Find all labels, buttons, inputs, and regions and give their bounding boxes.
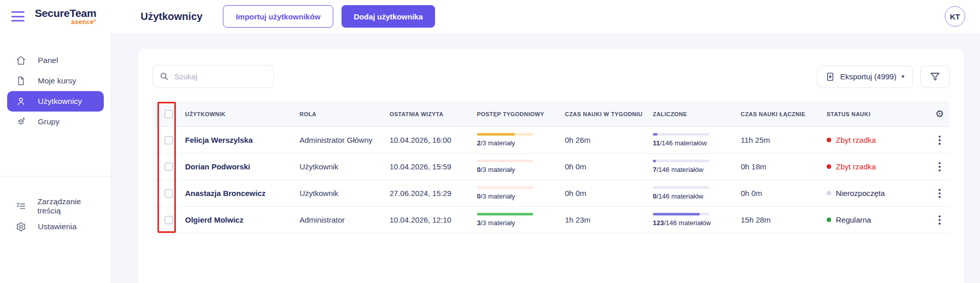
user-role: Użytkownik [300,189,390,198]
weekly-progress-bar [477,186,533,189]
column-header-postep-tygodniowy[interactable]: POSTĘP TYGODNIOWY [477,111,565,117]
column-header-rola[interactable]: ROLA [300,111,390,117]
row-checkbox[interactable] [165,136,173,144]
sidebar-item-label: Użytkownicy [38,97,82,106]
sidebar-item-uzytkownicy[interactable]: Użytkownicy [7,91,104,112]
row-menu-button[interactable] [935,187,945,200]
status-label: Zbyt rzadka [836,136,876,144]
import-users-button[interactable]: Importuj użytkowników [223,5,333,28]
total-study-time: 15h 28m [741,215,827,224]
table-row: Anastazja Broncewicz Użytkownik 27.06.20… [152,180,950,207]
hamburger-menu-icon[interactable] [11,11,25,21]
user-name: Dorian Podworski [185,162,250,171]
status-dot [827,138,831,142]
brand-tagline: axence° [71,18,96,26]
home-icon [15,55,27,66]
column-header-status-nauki[interactable]: STATUS NAUKI [827,111,929,117]
export-label: Eksportuj (4999) [840,72,896,81]
brand-logo: SecureTeam axence° [35,7,96,26]
column-header-ostatnia-wizyta[interactable]: OSTATNIA WIZYTA [390,111,477,117]
total-study-time: 11h 25m [741,136,827,144]
sidebar-item-panel[interactable]: Panel [7,50,104,71]
user-role: Administrator [300,215,390,224]
column-header-czas-nauki-lacznie[interactable]: CZAS NAUKI ŁĄCZNIE [741,111,827,117]
row-checkbox[interactable] [165,216,173,224]
total-study-time: 0h 0m [741,189,827,198]
user-name: Felicja Werszylska [185,136,253,144]
file-icon [15,75,27,86]
sidebar-item-label: Moje kursy [38,76,76,85]
weekly-study-time: 0h 0m [565,189,653,198]
weekly-study-time: 0h 0m [565,162,653,171]
user-avatar[interactable]: KT [945,6,965,27]
table-settings-gear-icon[interactable]: ⚙ [935,109,944,119]
completed-progress-label: 123/146 materiałów [653,219,741,227]
sidebar-item-moje-kursy[interactable]: Moje kursy [7,71,104,91]
table-toolbar: Eksportuj (4999) ▾ [152,65,950,88]
weekly-progress-label: 0/3 materiały [477,192,565,200]
add-user-button[interactable]: Dodaj użytkownika [341,5,435,28]
sidebar-item-label: Zarządzanie treścią [37,197,104,215]
filter-button[interactable] [920,66,950,88]
export-button[interactable]: Eksportuj (4999) ▾ [817,66,913,88]
main-content: Eksportuj (4999) ▾ UŻYTKOWNIK ROLA OSTAT… [112,33,980,283]
column-header-uzytkownik[interactable]: UŻYTKOWNIK [185,111,300,117]
row-checkbox[interactable] [165,163,173,171]
select-all-checkbox[interactable] [165,110,173,118]
completed-progress-bar [653,213,709,215]
completed-progress-label: 0/146 materiałów [653,192,741,200]
sidebar-item-zarzadzanie-trescia[interactable]: Zarządzanie treścią [7,196,104,216]
brand-name: SecureTeam [35,7,96,19]
weekly-progress-bar [477,213,533,215]
column-header-czas-nauki-w-tygodniu[interactable]: CZAS NAUKI W TYGODNIU [565,111,653,117]
status-dot [827,217,831,222]
users-card: Eksportuj (4999) ▾ UŻYTKOWNIK ROLA OSTAT… [138,49,964,283]
status-dot [827,191,831,195]
status-label: Regularna [836,215,871,224]
total-study-time: 0h 18m [741,162,827,171]
table-row: Felicja Werszylska Administrator Główny … [152,127,950,154]
sidebar-item-label: Ustawienia [38,222,77,231]
sidebar-item-grupy[interactable]: Grupy [7,112,104,132]
weekly-progress-bar [477,160,533,162]
last-visit: 10.04.2026, 16:00 [390,136,477,144]
weekly-progress-label: 0/3 materiały [477,166,565,173]
row-menu-button[interactable] [935,213,945,227]
last-visit: 10.04.2026, 12:10 [390,215,477,224]
search-icon [159,72,169,83]
top-bar: SecureTeam axence° Użytkownicy Importuj … [0,0,980,33]
weekly-progress-label: 2/3 materiały [477,139,565,147]
column-header-zaliczone[interactable]: ZALICZONE [653,111,741,117]
weekly-study-time: 0h 26m [565,136,653,144]
table-row: Dorian Podworski Użytkownik 10.04.2026, … [152,154,950,180]
last-visit: 10.04.2026, 15:59 [390,162,477,171]
table-row: Olgierd Molwicz Administrator 10.04.2026… [152,207,950,233]
download-icon [826,72,835,81]
user-role: Administrator Główny [300,136,390,144]
completed-progress-label: 7/146 materiałów [653,166,741,173]
table-header-row: UŻYTKOWNIK ROLA OSTATNIA WIZYTA POSTĘP T… [152,101,950,127]
sidebar: Panel Moje kursy Użytkownicy Grupy Zarzą… [0,0,111,283]
completed-progress-bar [653,160,709,162]
user-icon [15,96,27,107]
checklist-icon [15,201,26,212]
sidebar-divider [0,176,111,177]
user-role: Użytkownik [300,162,390,171]
sidebar-item-ustawienia[interactable]: Ustawienia [7,216,104,237]
sidebar-item-label: Grupy [38,117,59,126]
page-title: Użytkownicy [141,11,202,23]
row-menu-button[interactable] [935,160,945,173]
row-menu-button[interactable] [935,134,945,147]
users-table: UŻYTKOWNIK ROLA OSTATNIA WIZYTA POSTĘP T… [152,101,950,233]
completed-progress-bar [653,133,709,136]
layers-plus-icon [15,116,27,127]
last-visit: 27.06.2024, 15:29 [390,189,477,198]
row-checkbox[interactable] [165,189,173,198]
weekly-progress-label: 3/3 materiały [477,219,565,227]
brand-zone: SecureTeam axence° [0,0,111,33]
chevron-down-icon: ▾ [901,73,904,80]
user-name: Olgierd Molwicz [185,215,243,224]
completed-progress-label: 11/146 materiałów [653,139,741,147]
search-input[interactable] [152,65,274,88]
user-name: Anastazja Broncewicz [185,189,266,198]
